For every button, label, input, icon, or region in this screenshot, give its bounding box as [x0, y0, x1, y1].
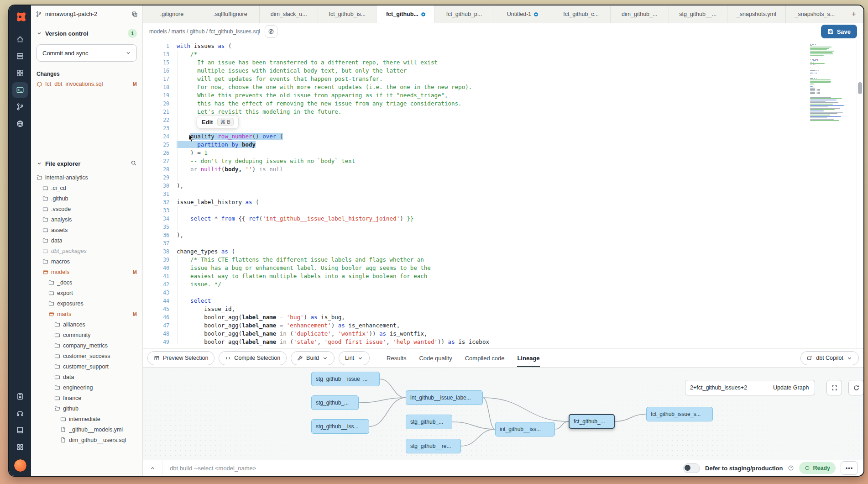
code-line-45[interactable]: 45 issue_id, — [143, 305, 807, 313]
tree-folder-customer_success[interactable]: customer_success — [31, 351, 142, 361]
tree-folder-data[interactable]: data — [31, 372, 142, 382]
code-line-24[interactable]: 24 qualify row_number() over ( — [143, 132, 807, 141]
tree-folder-.ci_cd[interactable]: .ci_cd — [31, 183, 142, 193]
tab-fct_github_p...[interactable]: fct_github_p... — [435, 5, 493, 23]
branch-header[interactable]: mirnawong1-patch-2 — [31, 5, 142, 23]
rail-apps-icon[interactable] — [12, 439, 28, 455]
help-icon[interactable] — [788, 465, 794, 471]
tab-fct_github_is...[interactable]: fct_github_is... — [318, 5, 376, 23]
code-line-42[interactable]: 42 issue. */ — [143, 280, 807, 289]
lineage-node-fct_github_issue_s...[interactable]: fct_github_issue_s... — [646, 407, 713, 421]
code-line-36[interactable]: 36), — [143, 231, 807, 239]
tab-fct_github...[interactable]: fct_github... — [376, 5, 435, 23]
save-button[interactable]: Save — [821, 25, 857, 38]
rail-docs-icon[interactable] — [12, 389, 28, 404]
tree-folder-marts[interactable]: martsM — [31, 309, 142, 319]
tab-_snapshots.yml[interactable]: _snapshots.yml — [727, 5, 786, 23]
code-line-29[interactable]: 29 — [143, 174, 807, 182]
edit-tooltip[interactable]: Edit ⌘ B — [197, 115, 239, 129]
rail-notebook-icon[interactable] — [12, 422, 28, 438]
rail-apps-grid-icon[interactable] — [12, 65, 28, 81]
tree-folder-models[interactable]: modelsM — [31, 267, 142, 277]
dbt-command-input[interactable] — [162, 465, 683, 472]
code-line-28[interactable]: 28 or nullif(body, '') is null — [143, 165, 807, 174]
code-line-19[interactable]: 19 While this prevents the old issue fro… — [143, 91, 807, 100]
tree-folder-macros[interactable]: macros — [31, 256, 142, 267]
lineage-panel[interactable]: Update Graph stg_github__issue_...stg_gi… — [143, 368, 863, 460]
tab-dim_github_...[interactable]: dim_github_... — [611, 5, 669, 23]
tree-folder-alliances[interactable]: alliances — [31, 319, 142, 330]
rail-version-control-icon[interactable] — [12, 99, 28, 115]
panel-tab-Lineage[interactable]: Lineage — [517, 349, 539, 367]
scrollbar-thumb[interactable] — [858, 82, 862, 94]
code-line-39[interactable]: 39 /* This CTE flattens the different is… — [143, 256, 807, 264]
lineage-node-stg_github__iss...[interactable]: stg_github__iss... — [311, 419, 369, 434]
code-editor[interactable]: Edit ⌘ B 1with issues as (13 /*15 If an … — [143, 40, 863, 348]
tree-folder-analysis[interactable]: analysis — [31, 214, 142, 225]
code-line-44[interactable]: 44 select — [143, 297, 807, 305]
tab-fct_github_c...[interactable]: fct_github_c... — [552, 5, 611, 23]
preview-selection-button[interactable]: Preview Selection — [147, 351, 214, 365]
copy-icon[interactable] — [131, 11, 138, 17]
code-line-20[interactable]: 20 this has the effect of removing the n… — [143, 100, 807, 108]
tree-folder-data[interactable]: data — [31, 235, 142, 246]
code-line-38[interactable]: 38change_types as ( — [143, 247, 807, 256]
more-options-button[interactable]: ••• — [841, 461, 858, 475]
tree-folder-export[interactable]: export — [31, 288, 142, 298]
tab-.sqlfluffignore[interactable]: .sqlfluffignore — [201, 5, 260, 23]
lineage-node-int_github__issue_labe...[interactable]: int_github__issue_labe... — [406, 390, 483, 405]
code-line-43[interactable]: 43 — [143, 289, 807, 297]
tree-folder-company_metrics[interactable]: company_metrics — [31, 340, 142, 351]
tree-folder-engineering[interactable]: engineering — [31, 382, 142, 393]
tree-file-_github__models.yml[interactable]: _github__models.yml — [31, 424, 142, 435]
file-search-button[interactable] — [131, 160, 137, 168]
code-line-35[interactable]: 35 — [143, 223, 807, 231]
user-avatar[interactable] — [14, 459, 27, 472]
tree-folder-internal-analytics[interactable]: internal-analytics — [31, 172, 142, 183]
tab-Untitled-1[interactable]: Untitled-1 — [493, 5, 552, 23]
view-docs-button[interactable] — [265, 25, 277, 38]
rail-home-icon[interactable] — [12, 32, 28, 47]
code-line-49[interactable]: 49 boolor_agg(label_name in ('stale', 'g… — [143, 338, 807, 346]
update-graph-button[interactable]: Update Graph — [768, 380, 815, 395]
tab-.gitignore[interactable]: .gitignore — [143, 5, 201, 23]
tree-folder-intermediate[interactable]: intermediate — [31, 414, 142, 424]
tree-file-dim_github__users.sql[interactable]: dim_github__users.sql — [31, 435, 142, 445]
tree-folder-exposures[interactable]: exposures — [31, 298, 142, 309]
dbt-logo-icon[interactable] — [13, 10, 27, 24]
code-line-46[interactable]: 46 boolor_agg(label_name = 'bug') as is_… — [143, 313, 807, 321]
code-line-1[interactable]: 1with issues as ( — [143, 42, 807, 50]
code-line-16[interactable]: 16 multiple issues with identical body t… — [143, 67, 807, 75]
collapse-panel-button[interactable] — [143, 460, 162, 476]
code-line-41[interactable]: 41 easiest way to flatten multiple label… — [143, 272, 807, 280]
tree-folder-github[interactable]: github — [31, 403, 142, 414]
rail-support-icon[interactable] — [12, 405, 28, 421]
code-line-40[interactable]: 40 issue has a bug or enhancement label.… — [143, 264, 807, 272]
defer-toggle[interactable] — [683, 463, 700, 473]
editor-minimap[interactable] — [807, 40, 857, 348]
lineage-refresh-button[interactable] — [848, 380, 863, 395]
code-line-30[interactable]: 30), — [143, 182, 807, 190]
build-button[interactable]: Build — [291, 351, 335, 365]
file-explorer-header[interactable]: File explorer — [31, 156, 142, 171]
code-line-13[interactable]: 13 /* — [143, 50, 807, 58]
code-line-32[interactable]: 32issue_label_history as ( — [143, 198, 807, 206]
lineage-node-stg_github_...[interactable]: stg_github_... — [311, 395, 359, 410]
lineage-fullscreen-button[interactable] — [826, 380, 842, 395]
code-line-17[interactable]: 17 will get updates for events that happ… — [143, 75, 807, 83]
tab-_snapshots_s...[interactable]: _snapshots_s... — [786, 5, 844, 23]
lineage-node-stg_github_...[interactable]: stg_github_... — [406, 415, 452, 429]
code-line-18[interactable]: 18 For now, choose the one with more rec… — [143, 83, 807, 91]
code-line-21[interactable]: 21 Let's revisit this modeling in the fu… — [143, 108, 807, 116]
tree-folder-.github[interactable]: .github — [31, 193, 142, 204]
code-line-26[interactable]: 26 ) = 1 — [143, 149, 807, 157]
tree-folder-community[interactable]: community — [31, 330, 142, 340]
code-line-23[interactable]: 23 — [143, 124, 807, 132]
code-line-34[interactable]: 34 select * from {{ ref('int_github__iss… — [143, 215, 807, 223]
rail-environments-icon[interactable] — [12, 48, 28, 64]
tree-folder-assets[interactable]: assets — [31, 225, 142, 235]
tree-folder-dbt_packages[interactable]: dbt_packages — [31, 246, 142, 256]
panel-tab-Compiled code[interactable]: Compiled code — [465, 349, 505, 367]
dbt-copilot-button[interactable]: dbt Copilot — [800, 351, 859, 365]
lineage-node-int_github__iss...[interactable]: int_github__iss... — [495, 422, 555, 437]
